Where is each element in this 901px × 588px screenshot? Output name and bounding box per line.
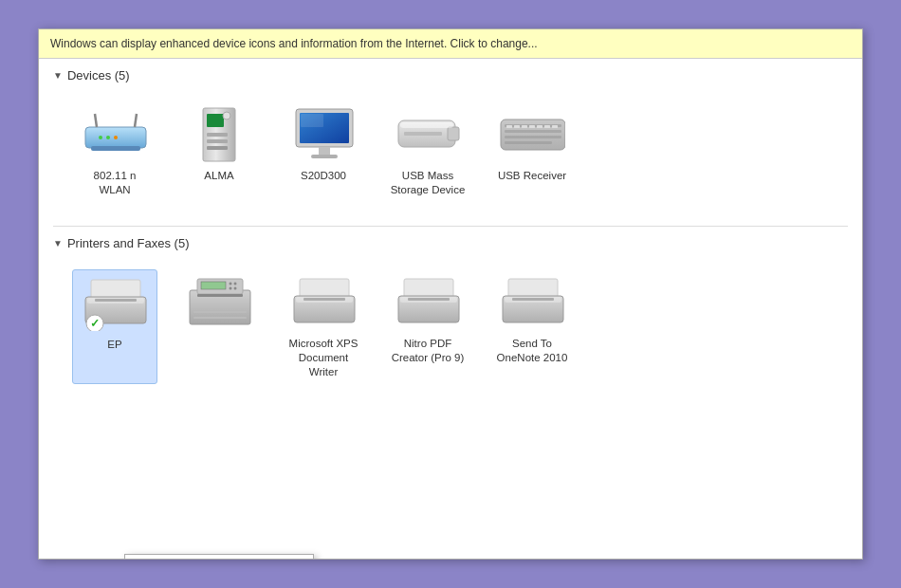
printers-section-label: Printers and Faxes (5) — [67, 236, 190, 250]
alma-label: ALMA — [204, 169, 233, 183]
keyboard-icon — [499, 118, 565, 152]
svg-rect-47 — [197, 294, 243, 297]
svg-rect-58 — [508, 279, 558, 298]
svg-rect-37 — [87, 298, 144, 303]
svg-rect-20 — [404, 132, 442, 136]
svg-point-5 — [114, 136, 118, 139]
wlan-label: 802.11 n WLAN — [77, 169, 153, 197]
svg-rect-34 — [91, 280, 140, 299]
svg-point-43 — [230, 282, 232, 285]
fax-icon-container — [186, 274, 252, 331]
svg-rect-28 — [514, 125, 520, 128]
devices-section-label: Devices (5) — [67, 68, 130, 83]
svg-rect-16 — [319, 147, 330, 155]
svg-rect-31 — [537, 125, 542, 128]
svg-rect-19 — [448, 127, 459, 140]
svg-rect-26 — [505, 141, 552, 144]
svg-point-4 — [106, 136, 110, 139]
usb-mass-icon-container — [395, 106, 461, 163]
devices-section-header[interactable]: ▼ Devices (5) — [53, 68, 848, 83]
svg-rect-50 — [300, 279, 349, 298]
svg-line-2 — [135, 114, 137, 127]
nitro-printer-icon — [395, 275, 461, 330]
svg-rect-49 — [193, 317, 247, 319]
svg-rect-53 — [296, 297, 353, 303]
info-bar-text: Windows can display enhanced device icon… — [50, 37, 538, 50]
alma-icon-container — [186, 106, 252, 163]
svg-rect-25 — [505, 136, 561, 138]
nitro-label: Nitro PDF Creator (Pro 9) — [390, 337, 466, 365]
usb-receiver-label: USB Receiver — [498, 169, 566, 183]
usb-mass-icon — [395, 111, 461, 158]
svg-rect-33 — [552, 125, 558, 128]
section-divider — [53, 226, 848, 227]
nitro-icon-container — [395, 274, 461, 331]
devices-triangle-icon: ▼ — [53, 70, 63, 81]
svg-rect-8 — [207, 114, 224, 127]
main-content: ▼ Devices (5) — [39, 59, 862, 559]
onenote-label: Send To OneNote 2010 — [494, 337, 570, 365]
svg-rect-48 — [193, 311, 247, 313]
onenote-printer-icon — [499, 275, 565, 330]
svg-rect-15 — [301, 114, 323, 127]
svg-rect-61 — [505, 297, 561, 303]
onenote-icon-container — [499, 274, 565, 331]
xps-printer-icon — [290, 275, 357, 330]
svg-rect-22 — [501, 119, 565, 150]
device-item-fax[interactable] — [176, 269, 262, 384]
svg-rect-54 — [404, 279, 453, 298]
epson-printer-icon: ✓ — [82, 276, 148, 331]
svg-line-1 — [95, 114, 97, 127]
usb-receiver-icon-container — [499, 106, 565, 163]
device-item-usb-mass[interactable]: USB MassStorage Device — [385, 101, 470, 202]
svg-rect-57 — [400, 297, 457, 303]
svg-point-44 — [234, 282, 237, 285]
xps-icon-container — [290, 274, 357, 331]
wlan-icon-container — [82, 106, 148, 163]
device-item-xps[interactable]: Microsoft XPS Document Writer — [281, 269, 366, 384]
monitor-label: S20D300 — [301, 169, 346, 183]
svg-rect-24 — [505, 130, 561, 133]
router-icon — [82, 110, 148, 159]
device-item-nitro[interactable]: Nitro PDF Creator (Pro 9) — [385, 269, 470, 384]
printers-triangle-icon: ▼ — [53, 238, 63, 248]
device-item-monitor[interactable]: S20D300 — [281, 101, 366, 202]
svg-rect-29 — [522, 125, 527, 128]
svg-point-12 — [223, 112, 230, 119]
epson-icon-container: ✓ — [82, 275, 148, 332]
device-item-onenote[interactable]: Send To OneNote 2010 — [489, 269, 575, 384]
device-item-epson[interactable]: ✓ EP — [72, 269, 157, 384]
device-item-wlan[interactable]: 802.11 n WLAN — [72, 101, 157, 202]
svg-rect-32 — [544, 125, 550, 128]
devices-grid: 802.11 n WLAN — [53, 92, 848, 216]
monitor-icon — [290, 107, 357, 162]
svg-rect-30 — [529, 125, 535, 128]
svg-text:✓: ✓ — [90, 317, 100, 330]
svg-point-46 — [234, 286, 237, 289]
monitor-icon-container — [290, 106, 357, 163]
context-menu: See what's printing ✓ Set as default pri… — [124, 554, 314, 559]
svg-rect-27 — [506, 125, 512, 128]
svg-rect-11 — [207, 146, 228, 150]
svg-point-45 — [230, 286, 232, 289]
svg-rect-6 — [91, 146, 140, 151]
xps-label: Microsoft XPS Document Writer — [285, 337, 361, 379]
info-bar[interactable]: Windows can display enhanced device icon… — [39, 29, 862, 59]
usb-mass-label: USB MassStorage Device — [391, 169, 466, 197]
devices-window: Windows can display enhanced device icon… — [38, 28, 863, 560]
tower-icon — [195, 106, 243, 163]
device-item-usb-receiver[interactable]: USB Receiver — [489, 101, 575, 202]
printers-section-header[interactable]: ▼ Printers and Faxes (5) — [53, 236, 848, 250]
svg-rect-9 — [207, 133, 228, 137]
svg-rect-17 — [311, 155, 338, 158]
svg-rect-10 — [207, 139, 228, 143]
printers-grid: ✓ EP — [53, 260, 848, 398]
device-item-alma[interactable]: ALMA — [176, 101, 262, 202]
svg-rect-42 — [201, 282, 226, 289]
svg-point-3 — [99, 136, 102, 139]
fax-icon — [186, 275, 252, 330]
epson-label: EP — [107, 338, 121, 352]
svg-rect-21 — [400, 122, 453, 128]
